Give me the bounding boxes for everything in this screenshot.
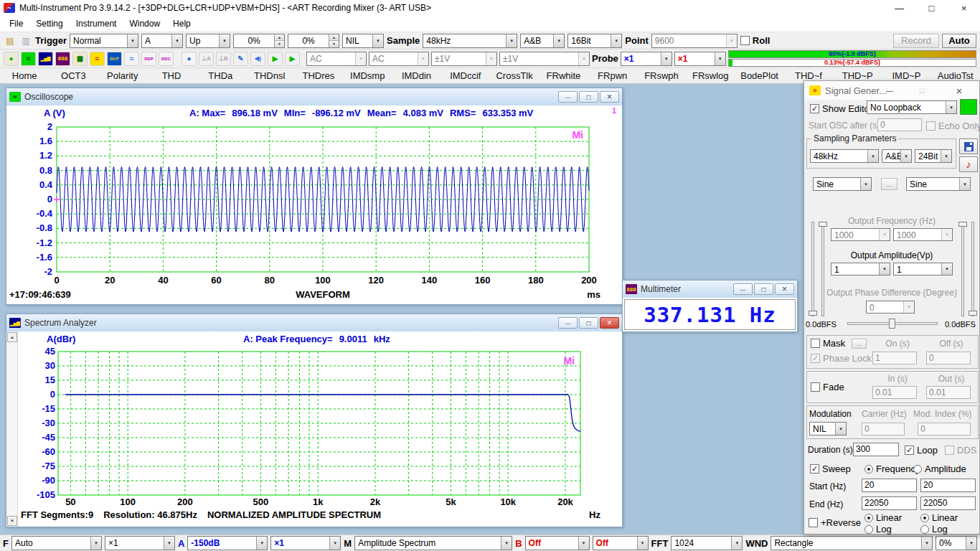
sweep-linear-b-radio[interactable]: Linear: [920, 512, 958, 523]
amplitude-a-select[interactable]: 1: [831, 263, 890, 276]
tab-frswph[interactable]: FRswph: [637, 68, 686, 83]
trigger-mode-select[interactable]: Normal: [70, 34, 138, 48]
speaker-icon[interactable]: ◀): [250, 52, 265, 66]
auto-button[interactable]: Auto: [942, 34, 976, 48]
loopback-select[interactable]: No Loopback: [867, 100, 957, 114]
minimize-button[interactable]: [558, 317, 578, 329]
tab-thdnsl[interactable]: THDnsl: [245, 68, 293, 83]
b-range-select[interactable]: Off: [525, 536, 590, 550]
probe-b-select[interactable]: ×1: [674, 52, 726, 66]
duration-field[interactable]: 300: [853, 443, 899, 456]
multimeter-titlebar[interactable]: 888 Multimeter: [623, 281, 797, 298]
multimeter-icon[interactable]: 888: [55, 52, 70, 66]
slider-handle[interactable]: [958, 222, 967, 227]
amplitude-b-select[interactable]: 1: [893, 263, 953, 276]
sweep-start-b-field[interactable]: 20: [920, 479, 976, 492]
close-button[interactable]: [951, 85, 967, 96]
tab-home[interactable]: Home: [0, 68, 49, 83]
trigger-delay-spinner[interactable]: 0%: [288, 34, 339, 48]
signal-generator-icon[interactable]: ≈: [90, 52, 105, 66]
save-icon[interactable]: ▥: [19, 35, 32, 47]
window-function-select[interactable]: Rectangle: [771, 536, 933, 550]
restore-button[interactable]: [579, 317, 598, 329]
sg-channels-select[interactable]: A&B: [882, 149, 912, 163]
slider-handle[interactable]: [889, 319, 895, 329]
modulation-type-select[interactable]: NIL: [809, 422, 847, 435]
play-loop-icon[interactable]: ▶: [285, 52, 300, 66]
tab-frpwn[interactable]: FRpwn: [588, 68, 637, 83]
overlap-select[interactable]: 0%: [936, 536, 977, 550]
ddp-viewer-icon[interactable]: DDP: [141, 52, 156, 66]
b-mode-select[interactable]: Off: [593, 536, 649, 550]
minimize-button[interactable]: [733, 283, 753, 295]
trigger-level-spinner[interactable]: 0%: [233, 34, 285, 48]
restore-button[interactable]: [579, 91, 598, 103]
frequency-zoom-select[interactable]: ×1: [105, 536, 175, 550]
waveform-b-select[interactable]: Sine: [906, 177, 971, 191]
sampling-bits-select[interactable]: 16Bit: [567, 34, 622, 48]
tab-thda[interactable]: THDa: [196, 68, 245, 83]
minimize-button[interactable]: [882, 85, 897, 96]
amplitude-slider-a[interactable]: [821, 222, 824, 316]
reverse-checkbox[interactable]: +Reverse: [809, 517, 861, 528]
tab-imdsmp[interactable]: IMDsmp: [343, 68, 392, 83]
a-zoom-select[interactable]: ×1: [270, 536, 341, 550]
ground-b-icon[interactable]: ⊥B: [216, 52, 231, 66]
play-icon[interactable]: ▶: [268, 52, 283, 66]
slider-handle[interactable]: [809, 311, 817, 316]
run-icon[interactable]: ●: [4, 52, 19, 66]
sweep-end-a-field[interactable]: 22050: [862, 496, 917, 510]
sweep-log-a-radio[interactable]: Log: [864, 524, 892, 534]
trigger-edge-select[interactable]: Up: [186, 34, 230, 48]
amplitude-slider-b-outer[interactable]: [971, 222, 974, 316]
close-button[interactable]: ×: [948, 0, 980, 16]
lamp-icon[interactable]: ●: [182, 52, 197, 66]
oscilloscope-icon[interactable]: ≈: [21, 52, 36, 66]
sweep-linear-a-radio[interactable]: Linear: [864, 512, 902, 523]
sweep-log-b-radio[interactable]: Log: [920, 524, 948, 534]
ground-a-icon[interactable]: ⊥A: [199, 52, 214, 66]
tab-crosstlk[interactable]: CrossTlk: [490, 68, 539, 83]
derived-data-icon[interactable]: ≈: [124, 52, 139, 66]
amplitude-slider-a-outer[interactable]: [811, 222, 814, 316]
sweep-frequency-radio[interactable]: Frequency: [864, 463, 920, 474]
frequency-axis-select[interactable]: Auto: [11, 536, 102, 550]
menu-help[interactable]: Help: [166, 19, 197, 29]
spectrum-3d-icon[interactable]: ▦: [72, 52, 88, 66]
sg-bits-select[interactable]: 24Bit: [915, 149, 952, 163]
minimize-button[interactable]: —: [883, 0, 915, 16]
dut-icon[interactable]: DUT: [107, 52, 122, 66]
tab-bodeplot[interactable]: BodePlot: [735, 68, 783, 83]
slider-handle[interactable]: [819, 222, 827, 227]
sweep-amplitude-radio[interactable]: Amplitude: [913, 463, 966, 474]
waveform-a-select[interactable]: Sine: [813, 177, 872, 191]
amplitude-slider-b[interactable]: [961, 222, 964, 316]
sweep-start-a-field[interactable]: 20: [862, 479, 917, 492]
pretrigger-select[interactable]: NIL: [342, 34, 384, 48]
show-editor-checkbox[interactable]: Show Editor: [810, 103, 872, 114]
sampling-channels-select[interactable]: A&B: [520, 34, 565, 48]
tab-imdccif[interactable]: IMDccif: [441, 68, 490, 83]
open-icon[interactable]: ▤: [4, 35, 17, 47]
fft-size-select[interactable]: 1024: [671, 536, 743, 550]
output-indicator-button[interactable]: [960, 99, 977, 115]
sg-rate-select[interactable]: 48kHz: [810, 149, 879, 163]
loop-checkbox[interactable]: Loop: [905, 445, 938, 456]
maximize-button[interactable]: □: [915, 0, 948, 16]
music-note-button[interactable]: ♪: [959, 156, 978, 172]
trigger-source-select[interactable]: A: [141, 34, 183, 48]
roll-checkbox[interactable]: Roll: [740, 35, 771, 46]
close-button[interactable]: [600, 317, 619, 329]
menu-instrument[interactable]: Instrument: [70, 19, 123, 29]
tab-thd[interactable]: THD: [147, 68, 196, 83]
minimize-button[interactable]: [558, 91, 578, 103]
tab-frwhite[interactable]: FRwhite: [539, 68, 588, 83]
display-mode-select[interactable]: Amplitude Spectrum: [354, 536, 512, 550]
fade-checkbox[interactable]: Fade: [811, 382, 844, 392]
menu-setting[interactable]: Setting: [29, 19, 69, 29]
oscilloscope-titlebar[interactable]: ≈ Oscilloscope: [6, 88, 622, 105]
save-signal-button[interactable]: [959, 138, 978, 154]
spectrum-titlebar[interactable]: ▂▅▇ Spectrum Analyzer: [6, 314, 622, 331]
sweep-end-b-field[interactable]: 22050: [920, 496, 976, 510]
tab-imddin[interactable]: IMDdin: [392, 68, 440, 83]
